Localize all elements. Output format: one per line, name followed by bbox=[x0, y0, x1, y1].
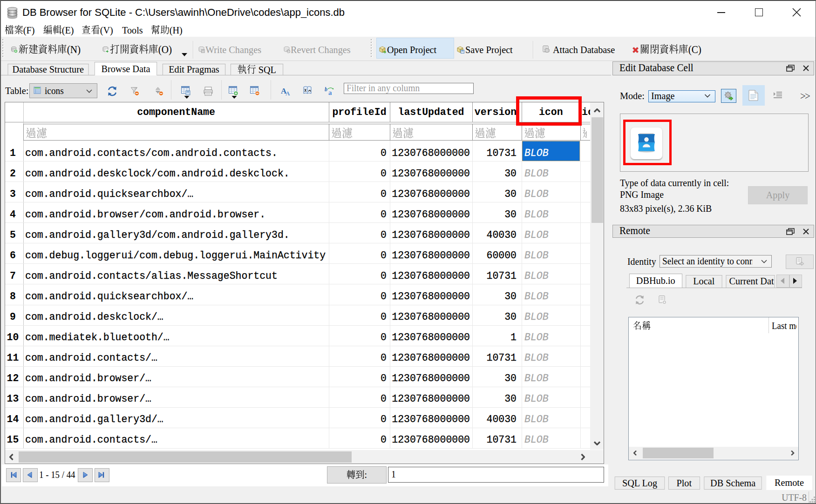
svg-text:A: A bbox=[286, 90, 290, 96]
svg-text:b: b bbox=[325, 86, 327, 93]
svg-text:a: a bbox=[328, 89, 332, 96]
